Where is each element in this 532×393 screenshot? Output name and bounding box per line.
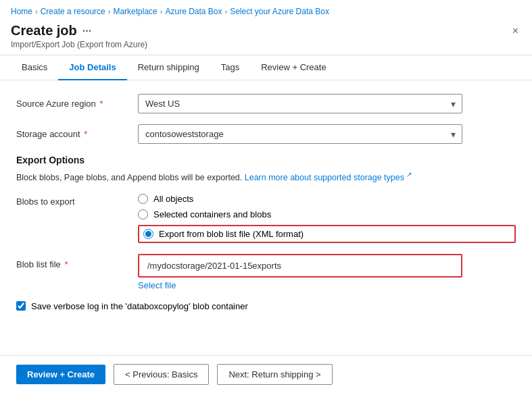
export-options-desc: Block blobs, Page blobs, and Append blob… xyxy=(16,169,516,184)
footer: Review + Create < Previous: Basics Next:… xyxy=(0,355,532,393)
radio-all-objects-input[interactable] xyxy=(138,194,148,204)
select-file-link[interactable]: Select file xyxy=(138,280,176,290)
radio-export-blob-list-label: Export from blob list file (XML format) xyxy=(159,229,304,239)
blob-list-file-row: Blob list file * Select file xyxy=(16,254,516,290)
tab-bar: Basics Job Details Return shipping Tags … xyxy=(0,55,532,80)
blobs-options-group: All objects Selected containers and blob… xyxy=(138,194,516,243)
verbose-log-row: Save verbose log in the 'databoxcopylog'… xyxy=(16,301,516,311)
export-options-title: Export Options xyxy=(16,155,516,165)
more-options-icon[interactable]: ··· xyxy=(82,25,91,37)
learn-more-link[interactable]: Learn more about supported storage types… xyxy=(245,173,412,182)
radio-export-blob-list[interactable]: Export from blob list file (XML format) xyxy=(143,229,304,239)
radio-group: All objects Selected containers and blob… xyxy=(138,194,516,243)
tab-return-shipping[interactable]: Return shipping xyxy=(127,55,210,80)
storage-account-control: contosoweststorage xyxy=(138,124,462,144)
review-create-button[interactable]: Review + Create xyxy=(16,365,105,384)
previous-button[interactable]: < Previous: Basics xyxy=(114,364,209,385)
radio-export-blob-list-input[interactable] xyxy=(143,229,153,239)
blobs-to-export-label: Blobs to export xyxy=(16,194,138,207)
radio-export-highlight: Export from blob list file (XML format) xyxy=(138,225,516,243)
source-region-label: Source Azure region * xyxy=(16,99,138,109)
radio-all-objects[interactable]: All objects xyxy=(138,194,516,204)
radio-selected-containers-label: Selected containers and blobs xyxy=(153,209,271,219)
breadcrumb-azure-data-box[interactable]: Azure Data Box xyxy=(165,7,222,16)
breadcrumb-create-resource[interactable]: Create a resource xyxy=(41,7,105,16)
tab-review-create[interactable]: Review + Create xyxy=(250,55,337,80)
export-options-section: Export Options Block blobs, Page blobs, … xyxy=(16,155,516,311)
verbose-log-label: Save verbose log in the 'databoxcopylog'… xyxy=(31,301,248,311)
header: Create job ··· Import/Export Job (Export… xyxy=(0,20,532,55)
page-subtitle: Import/Export Job (Export from Azure) xyxy=(11,40,147,49)
source-region-row: Source Azure region * West US East US We… xyxy=(16,94,516,113)
source-region-select[interactable]: West US East US West Europe xyxy=(138,94,462,113)
close-button[interactable]: × xyxy=(510,23,521,39)
external-link-icon: ↗ xyxy=(406,171,412,178)
radio-selected-containers-input[interactable] xyxy=(138,209,148,219)
breadcrumb-marketplace[interactable]: Marketplace xyxy=(113,7,157,16)
blob-list-file-control: Select file xyxy=(138,254,462,290)
tab-basics[interactable]: Basics xyxy=(11,55,58,80)
next-button[interactable]: Next: Return shipping > xyxy=(217,364,332,385)
radio-selected-containers[interactable]: Selected containers and blobs xyxy=(138,209,516,219)
blob-input-wrapper xyxy=(138,254,462,278)
tab-job-details[interactable]: Job Details xyxy=(58,55,126,80)
verbose-log-checkbox[interactable] xyxy=(16,301,26,311)
panel: Home › Create a resource › Marketplace ›… xyxy=(0,0,532,393)
breadcrumb-home[interactable]: Home xyxy=(11,7,32,16)
breadcrumb-select-azure-data-box[interactable]: Select your Azure Data Box xyxy=(230,7,329,16)
page-title: Create job xyxy=(11,23,77,38)
radio-all-objects-label: All objects xyxy=(153,194,193,204)
tab-tags[interactable]: Tags xyxy=(210,55,250,80)
blob-list-file-input[interactable] xyxy=(141,257,460,275)
source-region-control: West US East US West Europe xyxy=(138,94,462,113)
storage-account-select[interactable]: contosoweststorage xyxy=(138,124,462,144)
main-content: Source Azure region * West US East US We… xyxy=(0,80,532,355)
storage-account-row: Storage account * contosoweststorage xyxy=(16,124,516,144)
blobs-to-export-row: Blobs to export All objects Selected con… xyxy=(16,194,516,243)
storage-account-label: Storage account * xyxy=(16,129,138,139)
breadcrumb: Home › Create a resource › Marketplace ›… xyxy=(0,0,532,20)
blob-list-file-label: Blob list file * xyxy=(16,254,138,269)
